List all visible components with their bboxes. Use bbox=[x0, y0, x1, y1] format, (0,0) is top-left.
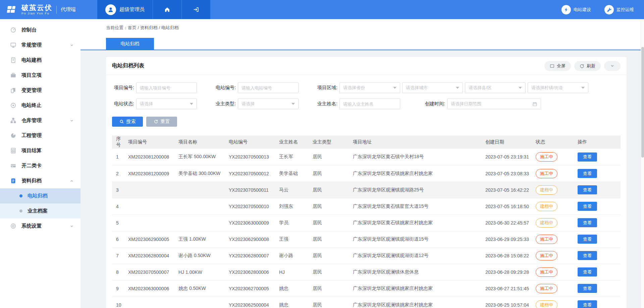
page-scrollbar[interactable] bbox=[641, 19, 644, 308]
date-range-input[interactable]: 请选择日期范围 bbox=[447, 99, 541, 109]
owner-type-select[interactable]: 请选择 bbox=[238, 99, 299, 109]
sidebar-item-station-terminate[interactable]: 电站终止 bbox=[0, 98, 80, 113]
brand-logo-icon bbox=[5, 4, 18, 15]
wrench-icon bbox=[604, 5, 614, 14]
cell-station-no: YX2023062700005 bbox=[228, 280, 278, 297]
sidebar-item-label: 控制台 bbox=[21, 27, 37, 33]
county-select[interactable]: 请选择县/区 bbox=[465, 82, 526, 93]
logout-button[interactable] bbox=[181, 0, 210, 19]
fullscreen-icon bbox=[550, 64, 554, 68]
project-no-input[interactable] bbox=[136, 82, 197, 93]
search-icon bbox=[119, 119, 124, 124]
archive-table: 序号 项目编号 项目名称 电站编号 业主姓名 业主类型 项目地址 创建日期 状态… bbox=[112, 135, 621, 308]
sitemap-icon bbox=[10, 117, 17, 124]
cell-status: 施工中 bbox=[535, 231, 577, 247]
sidebar-item-station-filing[interactable]: 电站建档 bbox=[0, 53, 80, 68]
submenu-item-station-archive[interactable]: 电站归档 bbox=[0, 188, 80, 203]
bullet-icon bbox=[19, 194, 22, 197]
header-quick-links: 电站建设 监控运维 bbox=[561, 0, 644, 19]
fullscreen-label: 全屏 bbox=[557, 63, 566, 69]
filter-label: 业主姓名: bbox=[315, 101, 337, 107]
filter-label: 项目编号: bbox=[112, 85, 134, 91]
submenu-item-owner-archive[interactable]: 业主档案 bbox=[0, 203, 80, 219]
cell-status: 施工中 bbox=[535, 165, 577, 182]
copy-icon bbox=[10, 87, 17, 94]
fullscreen-button[interactable]: 全屏 bbox=[544, 61, 571, 71]
cell-project-no: XM2023063000006 bbox=[127, 280, 177, 297]
cell-created: 2023-07-05 23:08:33 bbox=[484, 165, 535, 182]
sidebar-item-system-settings[interactable]: 系统设置 bbox=[0, 219, 80, 234]
archives-submenu: 电站归档 业主档案 bbox=[0, 188, 80, 219]
cell-project-name: 谢小路 0.50KW bbox=[177, 247, 228, 264]
view-button[interactable]: 查看 bbox=[578, 218, 597, 227]
search-button[interactable]: 搜索 bbox=[112, 117, 143, 127]
cell-station-no: YX2023062500004 bbox=[228, 297, 278, 308]
view-button[interactable]: 查看 bbox=[578, 284, 597, 293]
view-button[interactable]: 查看 bbox=[578, 169, 597, 178]
owner-name-input[interactable] bbox=[339, 99, 400, 109]
avatar bbox=[105, 4, 116, 15]
cell-action: 查看 bbox=[577, 280, 621, 297]
status-badge: 施工中 bbox=[536, 284, 557, 293]
sidebar-item-project-approval[interactable]: 项目立项 bbox=[0, 68, 80, 83]
monitor-ops-label: 监控运维 bbox=[616, 7, 634, 13]
table-row: 1XM2023081200008王长军 500.00KWYX2023070500… bbox=[112, 149, 621, 165]
city-select[interactable]: 请选择城市 bbox=[402, 82, 463, 93]
sidebar-item-console[interactable]: 控制台 bbox=[0, 22, 80, 38]
reset-button[interactable]: 重置 bbox=[146, 117, 177, 127]
filter-owner-type: 业主类型: 请选择 bbox=[214, 99, 299, 109]
cell-project-no bbox=[127, 297, 177, 308]
cell-index: 4 bbox=[112, 198, 127, 214]
cell-index: 7 bbox=[112, 247, 127, 264]
sidebar-item-engineering-mgmt[interactable]: 工程管理 bbox=[0, 128, 80, 143]
cell-address: 广东深圳龙华区观澜镇姚家庄村姚忠家 bbox=[352, 297, 484, 308]
card-title: 电站归档列表 bbox=[112, 62, 144, 69]
archive-list-card: 电站归档列表 全屏 刷新 bbox=[106, 57, 627, 308]
refresh-button[interactable]: 刷新 bbox=[574, 61, 601, 71]
view-button[interactable]: 查看 bbox=[578, 235, 597, 244]
cell-status: 建档中 bbox=[535, 198, 577, 214]
date-placeholder: 请选择日期范围 bbox=[451, 101, 532, 107]
tab-station-archive[interactable]: 电站归档 bbox=[106, 38, 154, 50]
sidebar-item-label: 电站建档 bbox=[21, 57, 42, 63]
filter-row-1: 项目编号: 电站编号: 项目区域: 请选择省份 请选择城市 bbox=[112, 82, 621, 93]
scrollbar-thumb[interactable] bbox=[641, 47, 644, 158]
cell-owner-type: 居民 bbox=[312, 231, 352, 247]
cell-created: 2023-07-05 16:42:22 bbox=[484, 182, 535, 198]
province-select[interactable]: 请选择省份 bbox=[339, 82, 400, 93]
view-button[interactable]: 查看 bbox=[578, 185, 597, 194]
view-button[interactable]: 查看 bbox=[578, 251, 597, 260]
table-row: 8XM2023070500007HJ 1.00KWYX2023062800006… bbox=[112, 264, 621, 280]
sidebar-item-warehouse-mgmt[interactable]: 仓库管理 bbox=[0, 113, 80, 128]
view-button[interactable]: 查看 bbox=[578, 267, 597, 276]
station-no-input[interactable] bbox=[238, 82, 299, 93]
cell-created: 2023-06-28 09:29:28 bbox=[484, 264, 535, 280]
cell-owner-type: 居民 bbox=[312, 149, 352, 165]
town-select[interactable]: 请选择村镇/街道 bbox=[528, 82, 588, 93]
cell-action: 查看 bbox=[577, 264, 621, 280]
view-button[interactable]: 查看 bbox=[578, 300, 597, 308]
sidebar-item-archives[interactable]: 资料归档 bbox=[0, 173, 80, 188]
sidebar-item-change-mgmt[interactable]: 变更管理 bbox=[0, 83, 80, 98]
user-menu[interactable]: 超级管理员 bbox=[97, 0, 153, 19]
cell-project-no: XM2023070500007 bbox=[127, 264, 177, 280]
chevron-down-icon bbox=[70, 43, 74, 47]
sidebar-item-project-settlement[interactable]: 项目结算 bbox=[0, 143, 80, 158]
chevron-down-icon bbox=[610, 64, 614, 68]
view-button[interactable]: 查看 bbox=[578, 202, 597, 211]
view-button[interactable]: 查看 bbox=[578, 152, 597, 162]
select-placeholder: 请选择省份 bbox=[343, 85, 393, 91]
cell-address: 广东深圳龙华区观澜镇观湖路25号 bbox=[352, 182, 484, 198]
collapse-button[interactable] bbox=[604, 61, 621, 71]
sidebar-item-open-card[interactable]: 开二类卡 bbox=[0, 158, 80, 173]
station-status-select[interactable]: 请选择 bbox=[136, 99, 197, 109]
home-button[interactable] bbox=[153, 0, 181, 19]
monitor-ops-link[interactable]: 监控运维 bbox=[604, 5, 634, 14]
sidebar-item-general-mgmt[interactable]: 常规管理 bbox=[0, 38, 80, 53]
filter-created-time: 创建时间: 请选择日期范围 bbox=[417, 99, 541, 109]
cell-project-no: XM2023062900005 bbox=[127, 231, 177, 247]
cell-owner-name: 姚忠 bbox=[278, 297, 312, 308]
station-build-link[interactable]: 电站建设 bbox=[561, 5, 591, 14]
cell-address: 广东深圳龙华区黄石镇姚家庄村姚忠家 bbox=[352, 165, 484, 182]
search-label: 搜索 bbox=[126, 119, 136, 125]
